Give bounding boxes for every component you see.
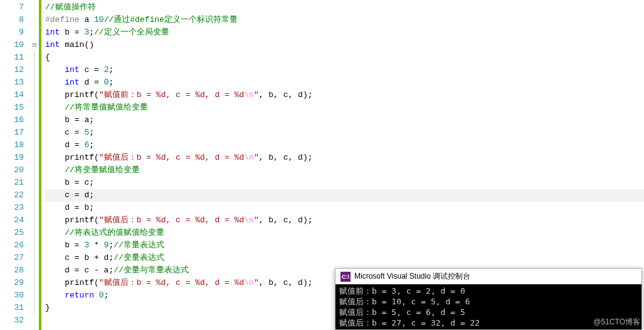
code-line[interactable]: //将变量赋值给变量 xyxy=(45,164,644,177)
line-number: 27 xyxy=(0,252,24,264)
line-number: 32 xyxy=(0,314,24,327)
console-title: Microsoft Visual Studio 调试控制台 xyxy=(354,271,470,282)
line-number: 14 xyxy=(0,89,24,101)
line-number: 26 xyxy=(0,239,24,252)
line-number: 30 xyxy=(0,289,24,302)
code-line[interactable]: #define a 10//通过#define定义一个标识符常量 xyxy=(45,14,644,26)
code-line[interactable]: //将表达式的值赋值给变量 xyxy=(45,227,644,239)
watermark: @51CTO博客 xyxy=(593,317,640,327)
code-line[interactable]: b = a; xyxy=(45,114,644,126)
line-number: 17 xyxy=(0,126,24,139)
code-line[interactable]: b = c; xyxy=(45,177,644,189)
code-line[interactable]: d = 6; xyxy=(45,139,644,152)
line-number-gutter: 7891011121314151617181920212223242526272… xyxy=(0,0,30,330)
code-line[interactable]: c = b + d;//变量表达式 xyxy=(45,252,644,264)
line-number: 8 xyxy=(0,14,24,26)
code-line[interactable]: int d = 0; xyxy=(45,76,644,89)
line-number: 7 xyxy=(0,1,24,14)
code-line[interactable]: int c = 2; xyxy=(45,64,644,76)
line-number: 23 xyxy=(0,202,24,214)
line-number: 29 xyxy=(0,277,24,289)
code-line[interactable]: c = 5; xyxy=(45,126,644,139)
line-number: 11 xyxy=(0,51,24,64)
line-number: 10 xyxy=(0,39,24,51)
line-number: 18 xyxy=(0,139,24,152)
console-app-icon: C:\ xyxy=(340,272,351,282)
line-number: 25 xyxy=(0,227,24,239)
console-titlebar[interactable]: C:\ Microsoft Visual Studio 调试控制台 xyxy=(335,269,641,284)
fold-toggle-icon[interactable]: ⊟ xyxy=(30,39,39,51)
code-line[interactable]: printf("赋值后：b = %d, c = %d, d = %d\n", b… xyxy=(45,214,644,227)
code-line[interactable]: int b = 3;//定义一个全局变量 xyxy=(45,26,644,39)
code-line[interactable]: printf("赋值前：b = %d, c = %d, d = %d\n", b… xyxy=(45,89,644,101)
fold-column[interactable]: ⊟ xyxy=(30,0,39,330)
line-number: 15 xyxy=(0,101,24,114)
line-number: 19 xyxy=(0,152,24,164)
code-line[interactable]: d = b; xyxy=(45,202,644,214)
code-line[interactable]: //将常量值赋值给变量 xyxy=(45,101,644,114)
line-number: 21 xyxy=(0,177,24,189)
line-number: 24 xyxy=(0,214,24,227)
line-number: 9 xyxy=(0,26,24,39)
line-number: 16 xyxy=(0,114,24,126)
line-number: 22 xyxy=(0,189,24,202)
code-line[interactable]: { xyxy=(45,51,644,64)
code-line[interactable]: //赋值操作符 xyxy=(45,1,644,14)
line-number: 20 xyxy=(0,164,24,177)
code-line[interactable]: b = 3 * 9;//常量表达式 xyxy=(45,239,644,252)
code-line[interactable]: c = d; xyxy=(45,189,644,202)
line-number: 12 xyxy=(0,64,24,76)
line-number: 31 xyxy=(0,302,24,314)
line-number: 28 xyxy=(0,264,24,277)
code-line[interactable]: int main() xyxy=(45,39,644,51)
code-line[interactable]: printf("赋值后：b = %d, c = %d, d = %d\n", b… xyxy=(45,152,644,164)
line-number: 13 xyxy=(0,76,24,89)
